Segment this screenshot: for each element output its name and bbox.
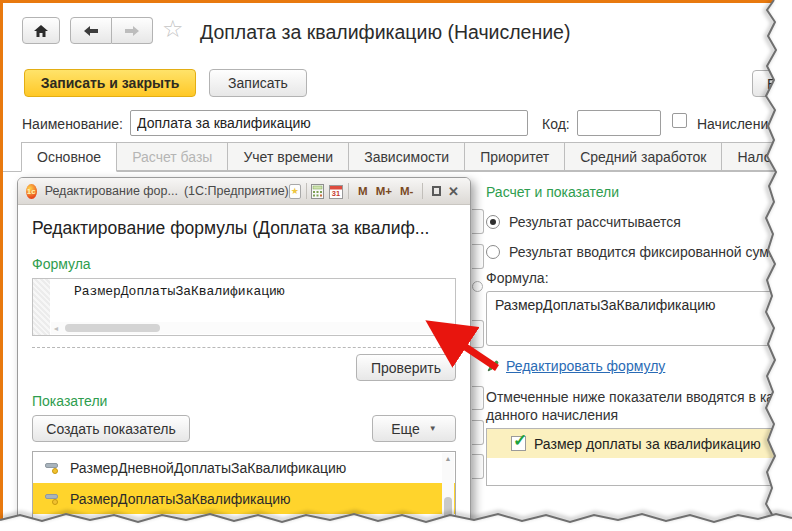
indicators-list: РазмерДневнойДоплатыЗаКвалификацию Разме…: [32, 451, 456, 531]
memory-m-button[interactable]: M: [354, 185, 372, 197]
note-line-2: данного начисления: [486, 406, 792, 424]
more-button-top[interactable]: Е: [752, 70, 792, 97]
formula-editor[interactable]: РазмерДоплатыЗаКвалификацию ◄ ►: [32, 278, 456, 336]
calculator-icon[interactable]: [311, 184, 324, 199]
home-button[interactable]: [22, 17, 60, 44]
more-button-dialog[interactable]: Еще ▼: [372, 415, 456, 442]
code-input[interactable]: [577, 110, 661, 136]
radio-off-icon[interactable]: [486, 245, 500, 259]
calculation-panel: Расчет и показатели Результат рассчитыва…: [486, 184, 792, 486]
titlebar-separator: [348, 183, 349, 199]
save-and-close-button[interactable]: Записать и закрыть: [24, 69, 196, 97]
app-window: ☆ Доплата за квалификацию (Начисление) З…: [0, 0, 792, 531]
page-title: Доплата за квалификацию (Начисление): [200, 21, 570, 44]
back-arrow-icon: [83, 25, 99, 37]
indicator-checkbox-list: ✓ Размер доплаты за квалификацию: [486, 428, 786, 486]
tab-nalogi[interactable]: Налоги, взносы, бухуче: [721, 142, 792, 171]
tab-prioritet[interactable]: Приоритет: [464, 142, 565, 171]
edit-formula-row: Редактировать формулу: [486, 358, 792, 374]
dialog-body: Редактирование формулы (Доплата за квали…: [18, 205, 470, 531]
accrual-checkbox-label: Начисление б: [697, 116, 788, 132]
formula-edit-dialog: 1с Редактирование фор... (1С:Предприятие…: [17, 177, 471, 531]
formula-editor-text[interactable]: РазмерДоплатыЗаКвалификацию: [50, 284, 285, 299]
memory-mplus-button[interactable]: M+: [372, 185, 396, 197]
list-item-selected[interactable]: РазмерДоплатыЗаКвалификацию: [33, 483, 455, 514]
dialog-title: Редактирование фор...: [45, 184, 178, 198]
titlebar-separator: [422, 183, 423, 199]
list-item-label: РазмерДневнойДоплатыЗаКвалификацию: [70, 460, 346, 476]
vertical-scrollbar[interactable]: ▲: [442, 453, 454, 531]
calendar-icon[interactable]: 31: [329, 184, 343, 199]
indicator-icon: [45, 524, 60, 531]
tab-osnovnoe[interactable]: Основное: [21, 142, 117, 172]
chevron-down-icon: ▼: [429, 424, 437, 433]
scrollbar-thumb[interactable]: [65, 324, 160, 332]
indicator-checkbox-row[interactable]: ✓ Размер доплаты за квалификацию: [487, 429, 785, 458]
home-icon: [33, 24, 49, 38]
scrollbar-thumb[interactable]: [444, 497, 452, 523]
check-formula-button[interactable]: Проверить: [356, 354, 456, 381]
scroll-up-icon[interactable]: ▲: [442, 455, 454, 462]
dialog-heading: Редактирование формулы (Доплата за квали…: [32, 218, 456, 239]
tab-raschet-bazy[interactable]: Расчет базы: [116, 142, 228, 171]
tab-zavisimosti[interactable]: Зависимости: [348, 142, 465, 171]
formula-display: РазмерДоплатыЗаКвалификацию: [486, 291, 786, 346]
tab-sredniy-zarabotok[interactable]: Средний заработок: [564, 142, 722, 171]
list-item-label: РазмерДоплатыЗаКвалификацию: [70, 491, 291, 507]
accrual-checkbox[interactable]: [672, 113, 687, 128]
check-icon: ✓: [513, 430, 527, 451]
tabbar: Основное Расчет базы Учет времени Зависи…: [22, 142, 792, 172]
list-item[interactable]: РазмерПособияПоУходуЗаРебенкомДоТрехЛет: [33, 514, 455, 531]
create-indicator-button[interactable]: Создать показатель: [32, 415, 190, 442]
frame-border-left: [0, 0, 3, 531]
indicators-note: Отмеченные ниже показатели вводятся в ка…: [486, 388, 792, 424]
section-label: Расчет и показатели: [486, 184, 792, 200]
note-line-1: Отмеченные ниже показатели вводятся в ка…: [486, 388, 792, 406]
scroll-right-icon[interactable]: ►: [444, 325, 454, 332]
occluded-control-fragment: [472, 420, 484, 445]
radio-label: Результат вводится фиксированной суммой: [509, 244, 792, 260]
edit-formula-link[interactable]: Редактировать формулу: [506, 358, 665, 374]
dashed-separator: [32, 347, 456, 348]
occluded-control-fragment: [472, 320, 484, 348]
forward-arrow-icon: [124, 25, 140, 37]
indicator-checkbox-label: Размер доплаты за квалификацию: [534, 436, 761, 452]
pencil-icon: [486, 359, 500, 373]
maximize-icon[interactable]: [432, 186, 441, 196]
formula-section-label: Формула: [32, 256, 456, 272]
occluded-control-fragment: [472, 454, 484, 479]
scroll-left-icon[interactable]: ◄: [51, 325, 61, 332]
dialog-titlebar[interactable]: 1с Редактирование фор... (1С:Предприятие…: [18, 178, 470, 205]
code-label: Код:: [542, 116, 570, 132]
radio-on-icon[interactable]: [486, 215, 500, 229]
occluded-control-fragment: [472, 281, 483, 292]
1c-logo-icon: 1с: [26, 184, 37, 199]
favorite-star-icon[interactable]: ☆: [162, 15, 184, 43]
radio-result-calculated[interactable]: Результат рассчитывается: [486, 214, 792, 230]
close-icon[interactable]: ✕: [445, 184, 462, 199]
name-input[interactable]: [130, 110, 528, 136]
favorites-titlebar-icon[interactable]: ★: [289, 184, 301, 199]
formula-label: Формула:: [486, 270, 792, 286]
nav-buttons: [70, 17, 153, 44]
svg-text:31: 31: [332, 189, 340, 198]
frame-border-top: [0, 0, 792, 3]
back-button[interactable]: [70, 17, 112, 44]
horizontal-scrollbar[interactable]: ◄ ►: [51, 322, 454, 334]
occluded-control-fragment: [472, 386, 484, 410]
tab-uchet-vremeni[interactable]: Учет времени: [227, 142, 349, 171]
save-button[interactable]: Записать: [209, 69, 307, 97]
name-label: Наименование:: [22, 116, 123, 132]
list-item[interactable]: РазмерДневнойДоплатыЗаКвалификацию: [33, 452, 455, 483]
radio-result-fixed[interactable]: Результат вводится фиксированной суммой: [486, 244, 792, 260]
indicators-section-label: Показатели: [32, 393, 456, 409]
titlebar-separator: [306, 183, 307, 199]
formula-editor-gutter: [33, 279, 50, 335]
memory-mminus-button[interactable]: M-: [396, 185, 417, 197]
indicator-icon: [45, 493, 60, 505]
indicator-icon: [45, 462, 60, 474]
forward-button[interactable]: [112, 17, 153, 44]
checkbox-checked-icon[interactable]: ✓: [511, 436, 526, 451]
radio-label: Результат рассчитывается: [509, 214, 681, 230]
more-button-label: Еще: [391, 421, 420, 437]
